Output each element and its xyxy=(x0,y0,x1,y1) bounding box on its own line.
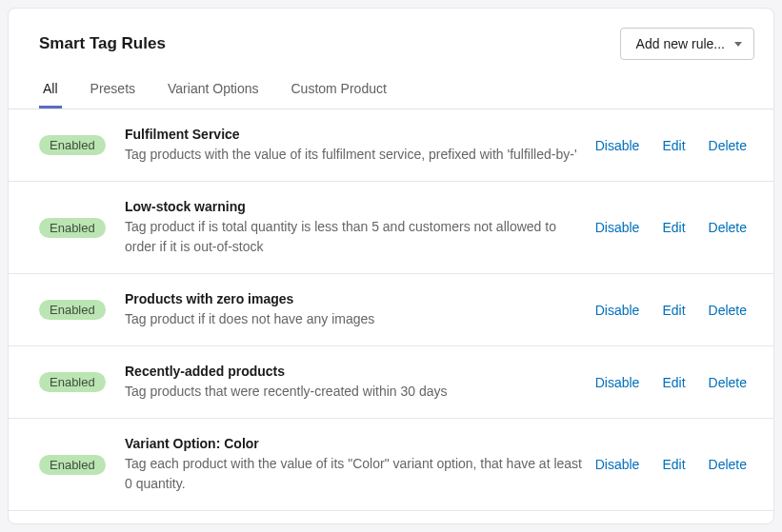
rule-description: Tag products with the value of its fulfi… xyxy=(125,145,584,164)
disable-link[interactable]: Disable xyxy=(595,220,640,235)
status-column: Enabled xyxy=(39,455,125,475)
disable-link[interactable]: Disable xyxy=(595,375,640,390)
status-badge: Enabled xyxy=(39,135,106,155)
delete-link[interactable]: Delete xyxy=(709,303,747,318)
tab-custom-product[interactable]: Custom Product xyxy=(288,75,391,108)
status-column: Enabled xyxy=(39,218,125,238)
rule-description: Tag each product with the value of its "… xyxy=(125,454,584,493)
tab-variant-options[interactable]: Variant Options xyxy=(164,75,262,108)
add-new-rule-label: Add new rule... xyxy=(636,36,725,51)
rule-title: Fulfilment Service xyxy=(125,127,584,142)
add-new-rule-button[interactable]: Add new rule... xyxy=(620,28,754,60)
status-column: Enabled xyxy=(39,135,125,155)
status-badge: Enabled xyxy=(39,372,106,392)
rule-description: Tag products that were recently-created … xyxy=(125,382,584,401)
disable-link[interactable]: Disable xyxy=(595,138,640,153)
rule-row: EnabledProduct TypeTag each product with… xyxy=(9,511,773,520)
status-column: Enabled xyxy=(39,300,125,320)
status-badge: Enabled xyxy=(39,300,106,320)
rules-list: EnabledFulfilment ServiceTag products wi… xyxy=(9,109,773,520)
status-badge: Enabled xyxy=(39,218,106,238)
card-header: Smart Tag Rules Add new rule... xyxy=(9,9,773,75)
rule-actions: DisableEditDelete xyxy=(595,303,747,318)
rule-actions: DisableEditDelete xyxy=(595,138,747,153)
rule-description: Tag product if is total quantity is less… xyxy=(125,217,584,256)
edit-link[interactable]: Edit xyxy=(662,220,685,235)
rule-info: Recently-added productsTag products that… xyxy=(125,364,595,401)
rule-info: Low-stock warningTag product if is total… xyxy=(125,199,595,256)
smart-tag-rules-card: Smart Tag Rules Add new rule... AllPrese… xyxy=(8,8,774,524)
rule-title: Low-stock warning xyxy=(125,199,584,214)
delete-link[interactable]: Delete xyxy=(709,457,747,472)
rule-actions: DisableEditDelete xyxy=(595,457,747,472)
rule-title: Products with zero images xyxy=(125,291,584,306)
status-badge: Enabled xyxy=(39,455,106,475)
rule-info: Variant Option: ColorTag each product wi… xyxy=(125,436,595,493)
rule-actions: DisableEditDelete xyxy=(595,220,747,235)
status-column: Enabled xyxy=(39,372,125,392)
rule-row: EnabledVariant Option: ColorTag each pro… xyxy=(9,419,773,511)
edit-link[interactable]: Edit xyxy=(662,375,685,390)
edit-link[interactable]: Edit xyxy=(662,138,685,153)
rule-title: Variant Option: Color xyxy=(125,436,584,451)
rule-row: EnabledLow-stock warningTag product if i… xyxy=(9,182,773,274)
rule-title: Recently-added products xyxy=(125,364,584,379)
rule-row: EnabledProducts with zero imagesTag prod… xyxy=(9,274,773,346)
tabs: AllPresetsVariant OptionsCustom Product xyxy=(9,75,773,108)
rule-info: Fulfilment ServiceTag products with the … xyxy=(125,127,595,164)
disable-link[interactable]: Disable xyxy=(595,457,640,472)
page-title: Smart Tag Rules xyxy=(39,34,166,53)
edit-link[interactable]: Edit xyxy=(662,457,685,472)
rule-row: EnabledRecently-added productsTag produc… xyxy=(9,346,773,419)
rule-info: Products with zero imagesTag product if … xyxy=(125,291,595,328)
disable-link[interactable]: Disable xyxy=(595,303,640,318)
delete-link[interactable]: Delete xyxy=(709,220,747,235)
caret-down-icon xyxy=(734,42,742,47)
delete-link[interactable]: Delete xyxy=(709,138,747,153)
rule-description: Tag product if it does not have any imag… xyxy=(125,309,584,328)
delete-link[interactable]: Delete xyxy=(709,375,747,390)
edit-link[interactable]: Edit xyxy=(662,303,685,318)
tab-all[interactable]: All xyxy=(39,75,62,108)
tab-presets[interactable]: Presets xyxy=(87,75,139,108)
rule-actions: DisableEditDelete xyxy=(595,375,747,390)
rule-row: EnabledFulfilment ServiceTag products wi… xyxy=(9,109,773,182)
